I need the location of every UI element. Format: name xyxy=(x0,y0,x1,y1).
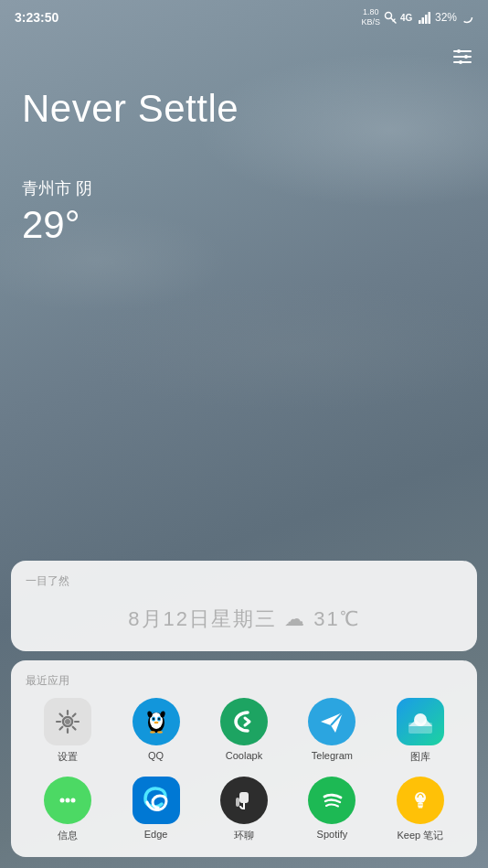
weather-city: 青州市 阴 xyxy=(22,177,466,199)
svg-point-35 xyxy=(157,731,163,733)
app-coolapk-label: Coolapk xyxy=(226,750,262,761)
app-qq-icon xyxy=(133,698,180,745)
svg-rect-42 xyxy=(236,798,239,807)
svg-rect-6 xyxy=(425,15,428,24)
glance-content: 8月12日星期三 ☁ 31℃ xyxy=(26,596,462,638)
svg-point-12 xyxy=(457,49,461,53)
signal-icon: 4G xyxy=(400,11,415,24)
app-gallery-label: 图库 xyxy=(410,750,430,764)
svg-point-40 xyxy=(71,798,76,803)
app-settings-icon xyxy=(44,698,91,745)
app-message[interactable]: 信息 xyxy=(26,777,110,842)
svg-rect-5 xyxy=(421,17,424,24)
battery-level: 32% xyxy=(435,11,457,24)
app-coolapk-icon xyxy=(220,698,268,745)
app-huanjiao[interactable]: 环聊 xyxy=(202,777,286,842)
app-telegram-icon xyxy=(308,698,355,745)
svg-point-38 xyxy=(60,798,65,803)
app-edge-label: Edge xyxy=(144,829,168,840)
svg-point-13 xyxy=(464,55,468,59)
apps-grid: 设置 xyxy=(26,698,462,842)
svg-point-14 xyxy=(459,60,462,64)
app-message-icon xyxy=(44,777,91,824)
app-telegram-label: Telegram xyxy=(312,750,353,761)
battery-circle-icon xyxy=(461,11,473,24)
svg-point-8 xyxy=(462,12,472,22)
status-time: 3:23:50 xyxy=(15,10,58,25)
app-edge[interactable]: Edge xyxy=(113,777,197,842)
app-keep[interactable]: Keep 笔记 xyxy=(378,777,462,842)
app-coolapk[interactable]: Coolapk xyxy=(202,698,286,764)
app-edge-icon xyxy=(133,777,180,824)
svg-rect-46 xyxy=(418,807,422,809)
app-spotify-label: Spotify xyxy=(317,829,348,840)
glance-card: 一目了然 8月12日星期三 ☁ 31℃ xyxy=(11,561,477,651)
status-right: 1.80KB/S 4G 32% xyxy=(361,7,473,27)
app-huanjiao-label: 环聊 xyxy=(234,829,254,842)
svg-text:4G: 4G xyxy=(400,13,413,23)
app-gallery[interactable]: 图库 xyxy=(378,698,462,764)
svg-line-21 xyxy=(60,714,63,717)
app-huanjiao-icon xyxy=(220,777,268,824)
cards-area: 一目了然 8月12日星期三 ☁ 31℃ 最近应用 xyxy=(0,561,488,868)
app-keep-icon xyxy=(397,777,444,824)
glance-date-text: 8月12日星期三 ☁ 31℃ xyxy=(128,607,359,630)
svg-rect-7 xyxy=(428,12,430,24)
status-bar: 3:23:50 1.80KB/S 4G 32% xyxy=(0,0,488,31)
settings-icon[interactable] xyxy=(451,46,473,68)
svg-rect-41 xyxy=(239,792,249,803)
app-keep-label: Keep 笔记 xyxy=(397,829,443,842)
signal-bars-icon xyxy=(419,11,431,24)
svg-line-23 xyxy=(73,714,76,717)
svg-rect-4 xyxy=(419,20,421,24)
recent-apps-title: 最近应用 xyxy=(26,673,462,689)
app-message-label: 信息 xyxy=(58,829,78,842)
app-gallery-icon xyxy=(397,698,444,745)
svg-line-22 xyxy=(73,727,76,730)
svg-point-39 xyxy=(66,798,70,803)
network-speed: 1.80KB/S xyxy=(361,7,380,27)
glance-card-title: 一目了然 xyxy=(26,573,462,589)
app-settings-label: 设置 xyxy=(58,750,78,764)
weather-info: 青州市 阴 29° xyxy=(22,177,466,247)
svg-point-34 xyxy=(150,731,155,733)
app-spotify-icon xyxy=(308,777,355,824)
svg-point-16 xyxy=(65,719,70,724)
slogan-text: Never Settle xyxy=(22,86,466,132)
app-spotify[interactable]: Spotify xyxy=(290,777,374,842)
svg-point-30 xyxy=(158,718,160,720)
svg-point-29 xyxy=(153,718,154,720)
app-qq[interactable]: QQ xyxy=(113,698,197,764)
app-telegram[interactable]: Telegram xyxy=(290,698,374,764)
key-icon xyxy=(384,11,397,24)
recent-apps-card: 最近应用 xyxy=(11,660,477,857)
main-content: Never Settle 青州市 阴 29° xyxy=(0,31,488,247)
weather-temp: 29° xyxy=(22,203,466,247)
app-settings[interactable]: 设置 xyxy=(26,698,110,764)
svg-point-31 xyxy=(154,722,158,723)
svg-line-24 xyxy=(60,727,63,730)
app-qq-label: QQ xyxy=(148,750,164,761)
